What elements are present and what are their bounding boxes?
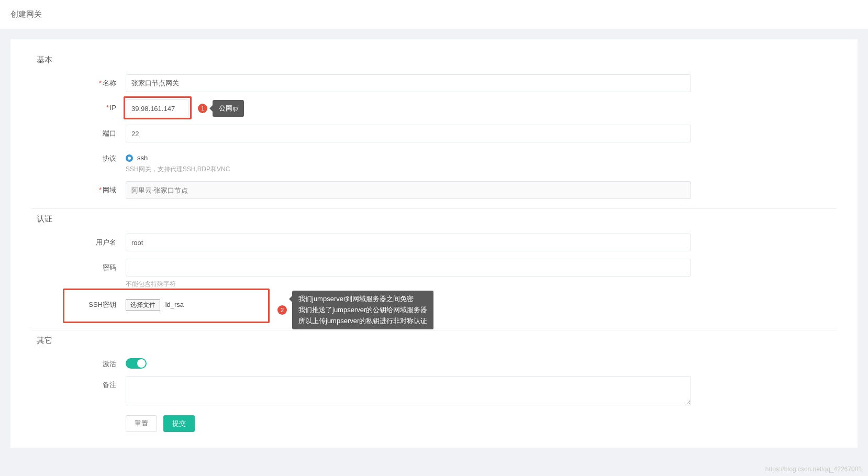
page-title: 创建网关 [0,0,868,29]
port-label: 端口 [31,125,126,138]
active-toggle[interactable] [126,358,147,369]
username-label: 用户名 [31,234,126,247]
annotation-callout-1: 1 公网ip [198,100,244,117]
remark-label: 备注 [31,376,126,390]
annotation-tip-2: 我们jumpserver到网域服务器之间免密 我们推送了jumpserver的公… [292,291,433,329]
domain-label-text: 网域 [103,186,116,194]
domain-input[interactable] [126,181,691,199]
ip-input[interactable] [126,99,188,117]
name-label-text: 名称 [103,79,116,87]
name-label: *名称 [31,74,126,88]
reset-button[interactable]: 重置 [126,415,157,432]
divider-2 [31,330,837,330]
divider-1 [31,208,837,209]
ip-label-text: IP [110,104,116,112]
annotation-badge-2-icon: 2 [277,305,287,315]
section-basic: 基本 [31,55,837,65]
submit-button[interactable]: 提交 [163,415,195,432]
username-input[interactable] [126,234,691,251]
file-choose-button[interactable]: 选择文件 [126,299,160,311]
section-other: 其它 [31,336,837,346]
file-name: id_rsa [165,301,184,308]
ip-label: *IP [31,99,126,112]
password-help: 不能包含特殊字符 [126,280,691,289]
protocol-radio-ssh-label: ssh [137,154,148,162]
password-label: 密码 [31,259,126,272]
annotation-tip-1: 公网ip [213,100,244,117]
sshkey-label: SSH密钥 [31,296,126,309]
annotation-callout-2: 2 我们jumpserver到网域服务器之间免密 我们推送了jumpserver… [277,291,433,329]
annotation-tip-2-line3: 所以上传jumpserver的私钥进行非对称认证 [298,317,427,325]
password-input[interactable] [126,259,691,276]
annotation-badge-1-icon: 1 [198,104,207,113]
protocol-label: 协议 [31,150,126,163]
protocol-radio-ssh-icon[interactable] [126,154,133,162]
annotation-tip-2-line2: 我们推送了jumpserver的公钥给网域服务器 [298,306,427,314]
section-auth: 认证 [31,214,837,224]
port-input[interactable] [126,125,691,142]
protocol-help: SSH网关，支持代理SSH,RDP和VNC [126,165,691,174]
remark-textarea[interactable] [126,376,691,405]
toggle-knob-icon [137,359,146,368]
form-card: 基本 *名称 *IP 1 公网ip [10,39,858,448]
annotation-tip-2-line1: 我们jumpserver到网域服务器之间免密 [298,295,414,303]
name-input[interactable] [126,74,691,92]
domain-label: *网域 [31,181,126,195]
active-label: 激活 [31,355,126,369]
